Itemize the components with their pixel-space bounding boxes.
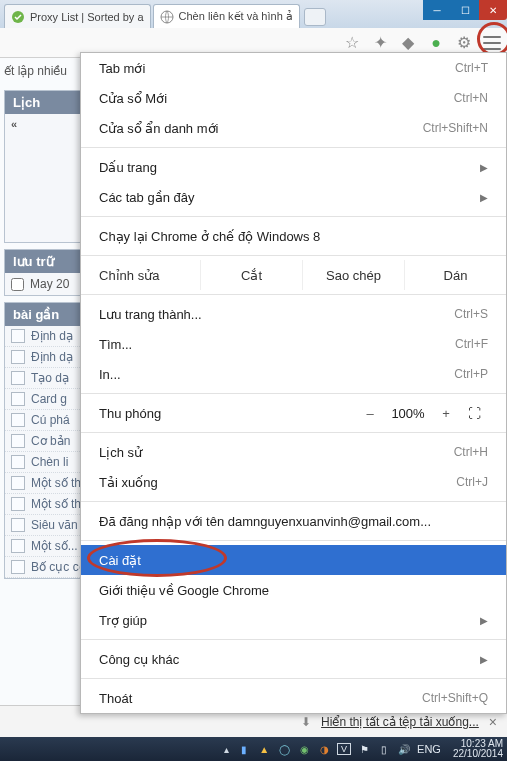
tray-expand-icon[interactable]: ▴	[224, 744, 229, 755]
tab-title: Chèn liên kết và hình ả	[179, 10, 293, 23]
gear-icon[interactable]: ⚙	[455, 34, 473, 52]
menu-cut[interactable]: Cắt	[200, 260, 302, 290]
volume-icon[interactable]: 🔊	[397, 742, 411, 756]
menu-separator	[81, 432, 506, 433]
menu-recent-tabs[interactable]: Các tab gần đây ▶	[81, 182, 506, 212]
menu-separator	[81, 678, 506, 679]
shortcut: Ctrl+P	[454, 367, 488, 381]
tab-title: Proxy List | Sorted by a	[30, 11, 144, 23]
menu-history[interactable]: Lịch sử Ctrl+H	[81, 437, 506, 467]
chevron-right-icon: ▶	[480, 654, 488, 665]
maximize-button[interactable]: ☐	[451, 0, 479, 20]
menu-paste[interactable]: Dán	[404, 260, 506, 290]
window-controls: ─ ☐ ✕	[423, 0, 507, 20]
tray-sync-icon[interactable]: ◯	[277, 742, 291, 756]
tray-av-icon[interactable]: ◑	[317, 742, 331, 756]
menu-new-tab[interactable]: Tab mới Ctrl+T	[81, 53, 506, 83]
tray-cloud-icon[interactable]: ▲	[257, 742, 271, 756]
menu-copy[interactable]: Sao chép	[302, 260, 404, 290]
menu-separator	[81, 147, 506, 148]
tray-globe-icon[interactable]: ◉	[297, 742, 311, 756]
menu-about[interactable]: Giới thiệu về Google Chrome	[81, 575, 506, 605]
chevron-right-icon: ▶	[480, 615, 488, 626]
menu-help[interactable]: Trợ giúp ▶	[81, 605, 506, 635]
shortcut: Ctrl+H	[454, 445, 488, 459]
menu-edit-row: Chỉnh sửa Cắt Sao chép Dán	[81, 260, 506, 290]
shortcut: Ctrl+S	[454, 307, 488, 321]
minimize-button[interactable]: ─	[423, 0, 451, 20]
browser-tab[interactable]: Proxy List | Sorted by a	[4, 4, 151, 28]
menu-incognito[interactable]: Cửa sổ ẩn danh mới Ctrl+Shift+N	[81, 113, 506, 143]
menu-separator	[81, 255, 506, 256]
tray-keyboard-icon[interactable]: V	[337, 743, 351, 755]
menu-separator	[81, 501, 506, 502]
menu-separator	[81, 216, 506, 217]
menu-separator	[81, 639, 506, 640]
globe-icon	[160, 10, 174, 24]
zoom-value: 100%	[384, 406, 432, 421]
menu-zoom: Thu phóng – 100% + ⛶	[81, 398, 506, 428]
menu-find[interactable]: Tìm... Ctrl+F	[81, 329, 506, 359]
check-icon	[11, 10, 25, 24]
fullscreen-icon[interactable]: ⛶	[460, 406, 488, 421]
menu-bookmarks[interactable]: Dấu trang ▶	[81, 152, 506, 182]
chevron-right-icon: ▶	[480, 162, 488, 173]
extension-green-icon[interactable]: ●	[427, 34, 445, 52]
menu-button[interactable]	[483, 34, 501, 52]
shortcut: Ctrl+Shift+N	[423, 121, 488, 135]
browser-tab[interactable]: Chèn liên kết và hình ả	[153, 4, 300, 28]
menu-signed-in[interactable]: Đã đăng nhập với tên damnguyenxuanvinh@g…	[81, 506, 506, 536]
menu-separator	[81, 294, 506, 295]
menu-settings[interactable]: Cài đặt	[81, 545, 506, 575]
menu-downloads[interactable]: Tải xuống Ctrl+J	[81, 467, 506, 497]
taskbar-clock[interactable]: 10:23 AM 22/10/2014	[453, 739, 503, 760]
extension-puzzle-icon[interactable]: ✦	[371, 34, 389, 52]
menu-print[interactable]: In... Ctrl+P	[81, 359, 506, 389]
clock-date: 22/10/2014	[453, 749, 503, 760]
system-tray: ▴ ▮ ▲ ◯ ◉ ◑ V ⚑ ▯ 🔊 ENG 10:23 AM 22/10/2…	[224, 739, 503, 760]
star-icon[interactable]: ☆	[343, 34, 361, 52]
show-all-downloads-link[interactable]: Hiển thị tất cả tệp tải xuống...	[321, 715, 479, 729]
close-button[interactable]: ✕	[479, 0, 507, 20]
zoom-out-button[interactable]: –	[356, 406, 384, 421]
tray-app-icon[interactable]: ▮	[237, 742, 251, 756]
shortcut: Ctrl+F	[455, 337, 488, 351]
download-arrow-icon: ⬇	[301, 715, 311, 729]
flag-icon[interactable]: ⚑	[357, 742, 371, 756]
zoom-in-button[interactable]: +	[432, 406, 460, 421]
menu-relaunch-win8[interactable]: Chạy lại Chrome ở chế độ Windows 8	[81, 221, 506, 251]
archive-checkbox[interactable]	[11, 278, 24, 291]
menu-separator	[81, 540, 506, 541]
menu-new-window[interactable]: Cửa sổ Mới Ctrl+N	[81, 83, 506, 113]
shortcut: Ctrl+Shift+Q	[422, 691, 488, 705]
tab-bar: Proxy List | Sorted by a Chèn liên kết v…	[0, 0, 507, 28]
shortcut: Ctrl+J	[456, 475, 488, 489]
archive-label: May 20	[30, 277, 69, 291]
network-icon[interactable]: ▯	[377, 742, 391, 756]
menu-separator	[81, 393, 506, 394]
shortcut: Ctrl+N	[454, 91, 488, 105]
menu-more-tools[interactable]: Công cụ khác ▶	[81, 644, 506, 674]
menu-save-page[interactable]: Lưu trang thành... Ctrl+S	[81, 299, 506, 329]
menu-edit-label: Chỉnh sửa	[81, 260, 200, 290]
new-tab-button[interactable]	[304, 8, 326, 26]
hamburger-icon	[483, 36, 501, 50]
input-language[interactable]: ENG	[417, 743, 441, 755]
menu-exit[interactable]: Thoát Ctrl+Shift+Q	[81, 683, 506, 713]
windows-taskbar: ▴ ▮ ▲ ◯ ◉ ◑ V ⚑ ▯ 🔊 ENG 10:23 AM 22/10/2…	[0, 737, 507, 761]
close-download-bar[interactable]: ×	[489, 714, 497, 730]
chevron-right-icon: ▶	[480, 192, 488, 203]
extension-shield-icon[interactable]: ◆	[399, 34, 417, 52]
chrome-main-menu: Tab mới Ctrl+T Cửa sổ Mới Ctrl+N Cửa sổ …	[80, 52, 507, 714]
calendar-prev[interactable]: «	[11, 118, 17, 130]
shortcut: Ctrl+T	[455, 61, 488, 75]
